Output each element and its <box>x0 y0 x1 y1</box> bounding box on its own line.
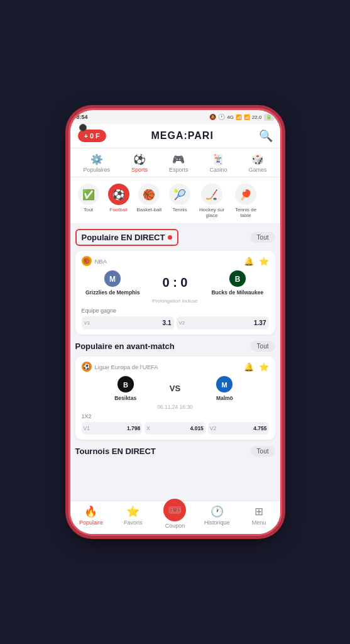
games-icon: 🎲 <box>251 153 264 165</box>
star-nav-icon: ⭐ <box>126 505 139 518</box>
besiktas-team: B Besiktas <box>82 375 170 401</box>
nav-tab-games[interactable]: 🎲 Games <box>244 152 270 174</box>
tout-icon: ✅ <box>78 184 99 205</box>
tabletennis-icon: 🏓 <box>235 184 256 205</box>
hockey-icon: 🏒 <box>201 184 222 205</box>
tournament-section-header: Tournois EN DIRECT Tout <box>75 446 275 457</box>
v1-bet-button[interactable]: V1 3.1 <box>82 316 174 330</box>
teams-row: M Grizzlies de Memphis 0 : 0 B Bucks de … <box>82 270 269 296</box>
live-section-title: Populaire EN DIRECT <box>75 229 179 246</box>
sport-tab-tabletennis[interactable]: 🏓 Tennis de table <box>231 182 261 219</box>
nav-tab-populaires[interactable]: ⚙️ Populaires <box>79 152 114 174</box>
app-logo: MEGA:PARI <box>151 130 213 142</box>
prematch-v2-button[interactable]: V2 4.755 <box>208 422 269 435</box>
star-icon-2[interactable]: ⭐ <box>259 362 269 372</box>
phone-frame: 8:54 🔕 🕐 4G 📶 📶 22.0 🔋 + 0 F MEGA:PARI 🔍… <box>68 108 282 536</box>
team2-logo: B <box>229 270 246 287</box>
svg-text:B: B <box>234 275 240 284</box>
tennis-icon: 🎾 <box>169 184 190 205</box>
team1: M Grizzlies de Memphis <box>82 270 144 296</box>
live-section-header: Populaire EN DIRECT Tout <box>75 229 275 246</box>
status-icons: 🔕 🕐 4G 📶 📶 22.0 🔋 <box>209 114 273 121</box>
match-date: 06.11.24 16:30 <box>82 404 269 410</box>
v2-bet-button[interactable]: V2 1.37 <box>177 316 269 330</box>
main-content: Populaire EN DIRECT Tout 🏀 NBA 🔔 ⭐ <box>70 224 280 534</box>
bell-icon-2[interactable]: 🔔 <box>244 362 254 372</box>
casino-icon: 🃏 <box>212 153 224 165</box>
bell-icon[interactable]: 🔔 <box>244 257 254 266</box>
nba-live-card: 🏀 NBA 🔔 ⭐ M Grizzlies de Memphis 0 : 0 <box>75 251 275 335</box>
svg-text:M: M <box>109 275 116 284</box>
sport-tab-basketball[interactable]: 🏀 Basket-ball <box>136 182 163 219</box>
status-time: 8:54 <box>77 114 88 120</box>
bet-buttons-row: V1 3.1 V2 1.37 <box>82 316 269 330</box>
status-bar: 8:54 🔕 🕐 4G 📶 📶 22.0 🔋 <box>70 110 280 124</box>
bottom-tab-historique[interactable]: 🕐 Historique <box>201 505 232 529</box>
fire-icon: 🔥 <box>84 505 97 518</box>
populaires-icon: ⚙️ <box>90 153 103 165</box>
nba-league-row: 🏀 NBA 🔔 ⭐ <box>82 256 269 266</box>
prematch-bet-row: V1 1.798 X 4.015 V2 4.755 <box>82 422 269 435</box>
live-indicator <box>168 235 172 240</box>
team1-logo: M <box>104 270 121 287</box>
nba-league-name: NBA <box>95 258 107 265</box>
tournament-tout-button[interactable]: Tout <box>251 446 275 457</box>
bet-type-label: Equipe gagne <box>82 308 269 314</box>
prematch-v1-button[interactable]: V1 1.798 <box>82 422 143 435</box>
malmo-team: M Malmö <box>180 375 268 401</box>
menu-icon: ⊞ <box>254 505 263 518</box>
match-score: 0 : 0 <box>144 275 206 290</box>
football-icon: ⚽ <box>108 184 129 205</box>
match-action-icons: 🔔 ⭐ <box>244 257 269 266</box>
sport-tab-hockey[interactable]: 🏒 Hockey sur glace <box>197 182 227 219</box>
bottom-nav: 🔥 Populaire ⭐ Favoris 🎟️ Coupon 🕐 Histor… <box>70 501 280 534</box>
bottom-tab-favoris[interactable]: ⭐ Favoris <box>118 505 149 529</box>
nav-tab-casino[interactable]: 🃏 Casino <box>205 152 231 174</box>
camera-notch <box>79 124 87 131</box>
prematch-section-header: Populaire en avant-match Tout <box>75 341 275 352</box>
sports-icon: ⚽ <box>133 153 146 165</box>
sport-tab-tennis[interactable]: 🎾 Tennis <box>167 182 193 219</box>
app-container: + 0 F MEGA:PARI 🔍 ⚙️ Populaires ⚽ Sports… <box>70 124 280 534</box>
bottom-tab-menu[interactable]: ⊞ Menu <box>243 505 275 529</box>
vs-label: VS <box>170 384 180 393</box>
sport-tabs: ✅ Tout ⚽ Football 🏀 Basket-ball 🎾 Tennis… <box>70 177 280 224</box>
europa-teams-row: B Besiktas VS M Malmö <box>82 375 269 401</box>
europa-league-name: Ligue Europa de l'UEFA <box>95 364 158 370</box>
svg-text:B: B <box>123 381 128 389</box>
europa-league-row: ⚽ Ligue Europa de l'UEFA 🔔 ⭐ <box>82 362 269 372</box>
top-bar: + 0 F MEGA:PARI 🔍 <box>70 124 280 148</box>
europa-match-actions: 🔔 ⭐ <box>244 362 269 372</box>
bottom-tab-populaire[interactable]: 🔥 Populaire <box>75 505 107 529</box>
nav-tabs: ⚙️ Populaires ⚽ Sports 🎮 Esports 🃏 Casin… <box>70 148 280 177</box>
nba-league-icon: 🏀 <box>82 256 92 266</box>
clock-icon: 🕐 <box>211 505 224 518</box>
prematch-x-button[interactable]: X 4.015 <box>145 422 205 435</box>
malmo-logo: M <box>216 375 233 393</box>
add-balance-button[interactable]: + 0 F <box>78 130 106 142</box>
europa-league-icon: ⚽ <box>82 362 92 372</box>
prematch-tout-button[interactable]: Tout <box>251 341 275 352</box>
coupon-icon: 🎟️ <box>163 499 186 521</box>
svg-text:M: M <box>222 381 227 389</box>
sport-tab-football[interactable]: ⚽ Football <box>106 182 132 219</box>
prematch-section-title: Populaire en avant-match <box>75 341 175 351</box>
match-note: Prolongation incluse <box>82 298 269 304</box>
sport-tab-tout[interactable]: ✅ Tout <box>75 182 102 219</box>
basketball-icon: 🏀 <box>138 184 160 205</box>
besiktas-logo: B <box>117 375 134 393</box>
tournament-section-title: Tournois EN DIRECT <box>75 447 156 456</box>
search-button[interactable]: 🔍 <box>259 129 273 143</box>
europa-card: ⚽ Ligue Europa de l'UEFA 🔔 ⭐ B Besiktas … <box>75 357 275 440</box>
bottom-tab-coupon[interactable]: 🎟️ Coupon <box>159 505 190 529</box>
nav-tab-esports[interactable]: 🎮 Esports <box>165 152 192 174</box>
star-icon[interactable]: ⭐ <box>259 257 269 266</box>
team2: B Bucks de Milwaukee <box>206 270 268 296</box>
prematch-bet-type: 1X2 <box>82 413 269 419</box>
nav-tab-sports[interactable]: ⚽ Sports <box>128 152 151 174</box>
live-tout-button[interactable]: Tout <box>251 232 275 243</box>
esports-icon: 🎮 <box>172 153 185 165</box>
